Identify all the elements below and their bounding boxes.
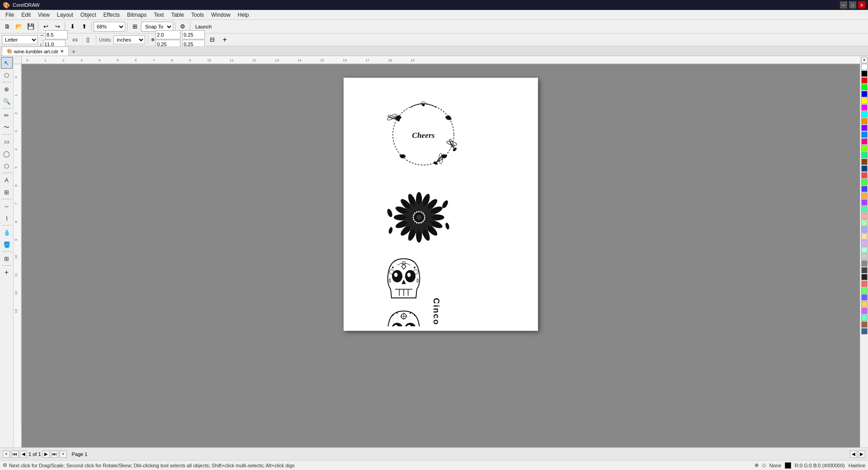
ellipse-tool[interactable]: ◯ — [1, 148, 13, 160]
color-swatch-4[interactable] — [861, 91, 868, 97]
zoom-combo[interactable]: 68%50%75%100% — [94, 22, 125, 32]
dimension-tool[interactable]: ↔ — [1, 200, 13, 212]
color-swatch-17[interactable] — [861, 179, 868, 185]
color-swatch-22[interactable] — [861, 213, 868, 219]
menu-item-tools[interactable]: Tools — [188, 11, 208, 19]
color-swatch-27[interactable] — [861, 247, 868, 253]
tab-close-icon[interactable]: ✕ — [60, 49, 64, 54]
color-swatch-39[interactable] — [861, 328, 868, 334]
color-swatch-14[interactable] — [861, 159, 868, 165]
export-button[interactable]: ⬆ — [79, 21, 90, 32]
freehand-tool[interactable]: ✏ — [1, 109, 13, 121]
color-swatch-36[interactable] — [861, 308, 868, 314]
color-swatch-31[interactable] — [861, 274, 868, 280]
add-tab-button[interactable]: + — [70, 47, 78, 56]
color-swatch-32[interactable] — [861, 281, 868, 287]
color-swatch-24[interactable] — [861, 226, 868, 233]
snap-to-button[interactable]: ⊞ — [129, 21, 140, 32]
x-input[interactable] — [156, 30, 180, 39]
new-button[interactable]: 🗎 — [2, 21, 13, 32]
color-swatch-0[interactable] — [861, 64, 868, 70]
color-swatch-19[interactable] — [861, 193, 868, 199]
menu-item-table[interactable]: Table — [167, 11, 188, 19]
prev-page-button[interactable]: ◀ — [20, 451, 27, 458]
color-swatch-37[interactable] — [861, 315, 868, 321]
eyedropper-tool[interactable]: 💧 — [1, 226, 13, 238]
color-swatch-20[interactable] — [861, 199, 868, 206]
menu-item-text[interactable]: Text — [150, 11, 167, 19]
menu-item-object[interactable]: Object — [77, 11, 100, 19]
last-page-button[interactable]: ⏭ — [51, 451, 58, 458]
gutter-x-input[interactable] — [182, 30, 205, 39]
width-input[interactable]: 8.5 — [45, 30, 68, 39]
color-swatch-26[interactable] — [861, 240, 868, 246]
color-swatch-8[interactable] — [861, 118, 868, 124]
add-page-end-button[interactable]: + — [60, 451, 67, 458]
color-swatch-30[interactable] — [861, 267, 868, 273]
import-button[interactable]: ⬇ — [67, 21, 78, 32]
menu-item-edit[interactable]: Edit — [18, 11, 34, 19]
node-edit-tool[interactable]: ⬡ — [1, 69, 13, 81]
color-swatch-2[interactable] — [861, 77, 868, 84]
polygon-tool[interactable]: ⬡ — [1, 160, 13, 172]
color-swatch-5[interactable] — [861, 98, 868, 104]
menu-item-view[interactable]: View — [34, 11, 53, 19]
select-tool[interactable]: ↖ — [1, 57, 13, 69]
color-swatch-11[interactable] — [861, 138, 868, 145]
menu-item-file[interactable]: File — [2, 11, 18, 19]
fill-tool[interactable]: 🪣 — [1, 239, 13, 250]
canvas-scroll[interactable]: Cheers — [22, 64, 860, 447]
menu-item-help[interactable]: Help — [234, 11, 253, 19]
connector-tool[interactable]: ⌇ — [1, 212, 13, 224]
color-swatch-23[interactable] — [861, 220, 868, 226]
document-tab[interactable]: 🎨 wine-tumbler-art.cdr ✕ — [2, 47, 69, 56]
color-swatch-34[interactable] — [861, 294, 868, 301]
menu-item-window[interactable]: Window — [208, 11, 234, 19]
color-swatch-35[interactable] — [861, 301, 868, 307]
minimize-button[interactable]: ─ — [840, 1, 847, 9]
color-swatch-16[interactable] — [861, 172, 868, 179]
portrait-button[interactable]: ▭ — [70, 34, 80, 45]
color-swatch-29[interactable] — [861, 260, 868, 267]
add-tool[interactable]: + — [1, 267, 13, 278]
landscape-button[interactable]: ▯ — [82, 34, 93, 45]
canvas-area[interactable]: 0 1 2 3 4 5 6 7 8 9 10 11 12 13 14 15 16 — [14, 56, 860, 447]
color-swatch-38[interactable] — [861, 321, 868, 328]
transform-tool[interactable]: ⊕ — [1, 83, 13, 95]
menu-item-effects[interactable]: Effects — [100, 11, 123, 19]
color-swatch-15[interactable] — [861, 165, 868, 172]
menu-item-layout[interactable]: Layout — [53, 11, 77, 19]
menu-item-bitmaps[interactable]: Bitmaps — [123, 11, 150, 19]
save-button[interactable]: 💾 — [25, 21, 36, 32]
color-swatch-12[interactable] — [861, 145, 868, 151]
color-swatch-7[interactable] — [861, 111, 868, 118]
color-swatch-21[interactable] — [861, 206, 868, 212]
fit-button[interactable]: ⊟ — [207, 34, 217, 45]
add-page-nav-button[interactable]: + — [3, 451, 10, 458]
table-tool[interactable]: ⊞ — [1, 186, 13, 198]
scroll-right-button[interactable]: ▶ — [858, 451, 865, 458]
maximize-button[interactable]: □ — [849, 1, 856, 9]
close-button[interactable]: ✕ — [858, 1, 865, 9]
scroll-left-button[interactable]: ◀ — [850, 451, 857, 458]
rectangle-tool[interactable]: ▭ — [1, 136, 13, 147]
text-tool[interactable]: A — [1, 174, 13, 186]
color-swatch-10[interactable] — [861, 132, 868, 138]
add-page-button[interactable]: + — [219, 34, 230, 45]
color-swatch-25[interactable] — [861, 233, 868, 240]
no-color-swatch[interactable]: ✕ — [861, 57, 868, 63]
page-size-combo[interactable]: Letter — [2, 35, 38, 44]
first-page-button[interactable]: ⏮ — [11, 451, 19, 458]
color-swatch-9[interactable] — [861, 125, 868, 131]
color-swatch-1[interactable] — [861, 70, 868, 77]
smart-draw-tool[interactable]: 〜 — [1, 122, 13, 133]
next-page-button[interactable]: ▶ — [42, 451, 50, 458]
color-swatch-33[interactable] — [861, 287, 868, 294]
interactive-tool[interactable]: ⊞ — [1, 253, 13, 264]
color-swatch-18[interactable] — [861, 186, 868, 192]
zoom-tool[interactable]: 🔍 — [1, 95, 13, 107]
open-button[interactable]: 📂 — [14, 21, 24, 32]
color-swatch-6[interactable] — [861, 104, 868, 111]
color-swatch-28[interactable] — [861, 254, 868, 260]
units-combo[interactable]: inchesmmcmpixels — [113, 35, 145, 44]
